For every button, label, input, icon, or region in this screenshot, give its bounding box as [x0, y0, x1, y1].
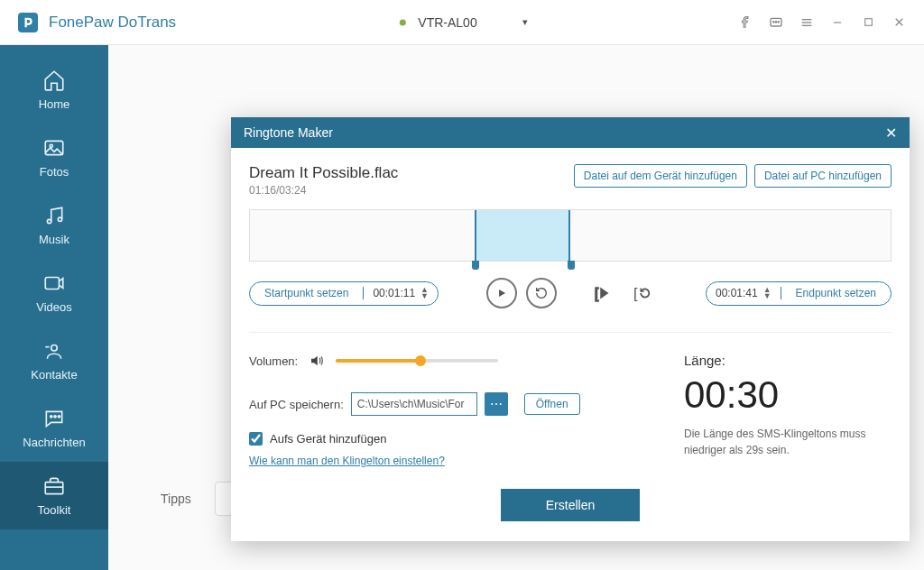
spinner-icon[interactable]: ▲▼ — [763, 287, 772, 299]
length-label: Länge: — [684, 353, 892, 368]
sidebar-item-home[interactable]: Home — [0, 56, 108, 124]
svg-point-0 — [400, 19, 406, 25]
set-end-button[interactable]: Endpunkt setzen — [781, 287, 891, 299]
start-time-input[interactable]: 00:01:11 ▲▼ — [363, 287, 438, 299]
facebook-icon[interactable] — [738, 15, 753, 30]
file-time: 01:16/03:24 — [249, 184, 398, 197]
sidebar-item-label: Videos — [36, 300, 72, 314]
skip-to-start-button[interactable]: [ — [587, 278, 618, 308]
loop-section-button[interactable]: [ — [627, 278, 658, 308]
svg-point-20 — [54, 416, 56, 418]
volume-label: Volumen: — [249, 354, 298, 368]
add-to-device-checkbox[interactable] — [249, 432, 263, 446]
browse-button[interactable]: ⋯ — [485, 392, 508, 416]
svg-point-2 — [773, 21, 774, 22]
save-path-label: Auf PC speichern: — [249, 398, 344, 411]
svg-point-3 — [775, 21, 776, 22]
titlebar: FonePaw DoTrans VTR-AL00 ▾ — [0, 0, 924, 45]
close-icon[interactable] — [892, 15, 906, 30]
volume-slider[interactable] — [336, 359, 498, 363]
file-name: Dream It Possible.flac — [249, 164, 398, 182]
svg-point-15 — [58, 217, 61, 221]
end-time-input[interactable]: 00:01:41 ▲▼ — [707, 287, 781, 299]
minimize-icon[interactable] — [830, 15, 845, 30]
sidebar: Home Fotos Musik Videos Kontakte Nachric… — [0, 45, 108, 570]
waveform-selection[interactable] — [475, 210, 571, 261]
slider-thumb[interactable] — [415, 355, 426, 366]
svg-point-19 — [51, 416, 52, 418]
modal-header: Ringtone Maker ✕ — [231, 117, 910, 148]
save-path-input[interactable] — [351, 392, 477, 416]
android-icon — [396, 16, 409, 29]
open-button[interactable]: Öffnen — [524, 393, 580, 415]
sidebar-item-videos[interactable]: Videos — [0, 259, 108, 326]
svg-text:[: [ — [595, 285, 599, 301]
device-name: VTR-AL00 — [418, 15, 476, 30]
svg-point-17 — [51, 345, 58, 352]
tipps-label: Tipps — [161, 492, 191, 506]
menu-icon[interactable] — [799, 15, 814, 30]
start-point-control: Startpunkt setzen 00:01:11 ▲▼ — [249, 281, 439, 306]
selection-handle-start[interactable] — [472, 261, 479, 270]
sidebar-item-toolkit[interactable]: Toolkit — [0, 462, 108, 529]
sidebar-item-label: Home — [39, 97, 70, 111]
modal-close-icon[interactable]: ✕ — [885, 124, 897, 142]
maximize-icon[interactable] — [861, 15, 875, 30]
create-button[interactable]: Erstellen — [501, 489, 640, 521]
modal-title: Ringtone Maker — [244, 125, 333, 140]
sidebar-item-fotos[interactable]: Fotos — [0, 124, 108, 191]
svg-rect-16 — [45, 278, 59, 290]
sidebar-item-label: Toolkit — [38, 503, 71, 517]
ringtone-modal: Ringtone Maker ✕ Dream It Possible.flac … — [231, 117, 910, 541]
sidebar-item-label: Musik — [39, 233, 69, 246]
add-from-pc-button[interactable]: Datei auf PC hinzufügen — [754, 164, 892, 188]
spinner-icon[interactable]: ▲▼ — [420, 287, 429, 299]
speaker-icon — [309, 353, 325, 369]
device-selector[interactable]: VTR-AL00 ▾ — [396, 15, 527, 30]
end-point-control: 00:01:41 ▲▼ Endpunkt setzen — [706, 281, 892, 306]
selection-handle-end[interactable] — [568, 261, 575, 270]
sidebar-item-label: Fotos — [40, 165, 69, 179]
sidebar-item-musik[interactable]: Musik — [0, 191, 108, 259]
sidebar-item-nachrichten[interactable]: Nachrichten — [0, 394, 108, 462]
app-title: FonePaw DoTrans — [49, 14, 176, 32]
app-logo-icon — [18, 13, 38, 32]
length-value: 00:30 — [684, 373, 892, 417]
feedback-icon[interactable] — [769, 15, 783, 30]
help-link[interactable]: Wie kann man den Klingelton einstellen? — [249, 455, 445, 467]
chevron-down-icon: ▾ — [522, 16, 528, 28]
svg-rect-9 — [864, 19, 872, 26]
sidebar-item-label: Kontakte — [31, 368, 77, 382]
add-to-device-label: Aufs Gerät hinzufügen — [270, 432, 386, 446]
svg-point-21 — [58, 416, 60, 418]
svg-point-4 — [778, 21, 779, 22]
svg-point-14 — [47, 219, 51, 223]
set-start-button[interactable]: Startpunkt setzen — [250, 287, 363, 299]
replay-button[interactable] — [526, 278, 557, 308]
length-hint: Die Länge des SMS-Klingeltons muss niedr… — [684, 426, 892, 458]
sidebar-item-kontakte[interactable]: Kontakte — [0, 326, 108, 394]
sidebar-item-label: Nachrichten — [23, 436, 85, 449]
waveform[interactable] — [249, 209, 892, 262]
content-area: Tipps › Ringtone Maker ✕ Dream It Possib… — [108, 45, 924, 570]
play-button[interactable] — [486, 278, 517, 308]
svg-text:[: [ — [633, 285, 638, 301]
add-from-device-button[interactable]: Datei auf dem Gerät hinzufügen — [574, 164, 747, 188]
titlebar-actions — [738, 15, 906, 30]
svg-rect-22 — [45, 483, 63, 494]
